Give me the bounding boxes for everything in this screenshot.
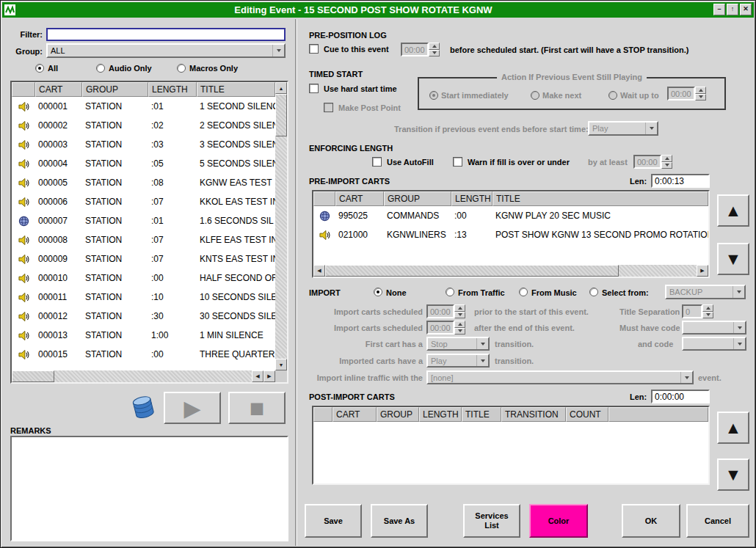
cart-length: :02 <box>148 120 197 131</box>
cart-length: :01 <box>148 101 197 112</box>
cart-row[interactable]: 000012 STATION :30 30 SECONDS SILE <box>12 307 275 326</box>
scroll-left-icon[interactable]: ◀ <box>313 265 325 277</box>
scrollbar-trough[interactable] <box>325 265 697 277</box>
group-column-header[interactable]: GROUP <box>82 82 148 97</box>
length-column-header[interactable]: LENGTH <box>419 407 462 422</box>
group-select[interactable]: ALL <box>46 43 286 58</box>
horizontal-scrollbar[interactable]: ◀ ▶ <box>12 370 275 382</box>
down-arrow-icon: ▼ <box>725 249 742 269</box>
chevron-down-icon <box>645 123 657 134</box>
cart-row[interactable]: 000006 STATION :07 KKOL EAS TEST IN <box>12 192 275 211</box>
icon-column-header[interactable] <box>313 407 332 422</box>
scrollbar-trough[interactable] <box>275 94 287 359</box>
cancel-button[interactable]: Cancel <box>686 504 749 538</box>
length-column-header[interactable]: LENGTH <box>148 82 197 97</box>
cart-row[interactable]: 000010 STATION :00 HALF SECOND OF <box>12 268 275 288</box>
pre-import-len-label: Len: <box>630 177 647 186</box>
ok-button[interactable]: OK <box>622 504 680 538</box>
services-list-button[interactable]: Services List <box>463 504 520 538</box>
cart-column-header[interactable]: CART <box>35 82 82 97</box>
scroll-down-icon[interactable]: ▼ <box>275 359 287 370</box>
cart-row[interactable]: 000002 STATION :02 2 SECONDS SILEN <box>12 116 275 135</box>
by-at-least-label: by at least <box>588 158 628 167</box>
imported-carts-label: Imported carts have a <box>309 357 423 365</box>
import-traffic-radio[interactable] <box>446 288 454 296</box>
post-import-move-down-button[interactable]: ▼ <box>717 459 749 491</box>
first-cart-label: First cart has a <box>309 340 423 348</box>
transition-if-ends-label: Transition if previous event ends before… <box>394 125 589 134</box>
services-list-button-line1: Services <box>475 511 508 521</box>
maximize-icon[interactable]: ↑ <box>727 4 738 15</box>
cart-row[interactable]: 000005 STATION :08 KGNW EAS TEST <box>12 173 275 192</box>
transition-column-header[interactable]: TRANSITION <box>501 407 566 422</box>
cart-row[interactable]: 000004 STATION :05 5 SECONDS SILEN <box>12 154 275 173</box>
import-none-radio[interactable] <box>374 288 382 296</box>
cart-row[interactable]: 000009 STATION :07 KNTS EAS TEST IN <box>12 249 275 268</box>
scroll-right-icon[interactable]: ▶ <box>263 370 275 382</box>
cart-row[interactable]: 000015 STATION :00 THREE QUARTER <box>12 345 275 364</box>
horizontal-scrollbar[interactable]: ◀ ▶ <box>313 265 708 277</box>
radio-all[interactable] <box>35 64 44 73</box>
group-column-header[interactable]: GROUP <box>384 191 451 206</box>
remarks-input[interactable] <box>10 436 288 541</box>
radio-audio-only-label: Audio Only <box>109 64 152 73</box>
vertical-scrollbar[interactable]: ▲ ▼ <box>275 82 287 370</box>
scrollbar-trough[interactable] <box>12 370 252 382</box>
cart-column-header[interactable]: CART <box>332 407 377 422</box>
pre-import-move-down-button[interactable]: ▼ <box>717 243 749 275</box>
scrollbar-thumb[interactable] <box>12 370 54 382</box>
cart-length: :30 <box>148 311 197 321</box>
scroll-right-icon[interactable]: ▶ <box>697 265 708 277</box>
icon-column-header[interactable] <box>313 191 335 206</box>
scrollbar-thumb[interactable] <box>325 265 619 277</box>
cart-length: :07 <box>148 254 197 264</box>
cue-to-event-checkbox[interactable] <box>309 44 319 54</box>
cart-row[interactable]: 000013 STATION 1:00 1 MIN SILENCE <box>12 326 275 345</box>
icon-column-header[interactable] <box>12 82 35 97</box>
count-column-header[interactable]: COUNT <box>566 407 608 422</box>
cart-row[interactable]: 000003 STATION :03 3 SECONDS SILEN <box>12 135 275 154</box>
stop-button[interactable]: ■ <box>228 392 286 424</box>
pre-import-row[interactable]: 021000 KGNWLINERS :13 POST SHOW KGNW 13 … <box>313 225 708 244</box>
hard-start-checkbox[interactable] <box>309 84 319 93</box>
title-column-header[interactable]: TITLE <box>493 191 708 206</box>
cart-row[interactable]: 000008 STATION :07 KLFE EAS TEST IN <box>12 230 275 249</box>
save-as-button[interactable]: Save As <box>371 504 428 538</box>
spin-down-icon <box>429 50 440 57</box>
cart-group: STATION <box>82 349 148 359</box>
pre-import-header: PRE-IMPORT CARTS <box>309 177 390 186</box>
save-button[interactable]: Save <box>305 504 362 538</box>
radio-audio-only[interactable] <box>96 64 105 73</box>
warn-fill-checkbox[interactable] <box>453 157 462 167</box>
play-button[interactable]: ▶ <box>164 392 221 424</box>
cart-row[interactable]: 000007 STATION :01 1.6 SECONDS SIL <box>12 211 275 230</box>
group-column-header[interactable]: GROUP <box>377 407 419 422</box>
scroll-left-icon[interactable]: ◀ <box>252 370 263 382</box>
save-button-label: Save <box>324 516 343 526</box>
pre-import-move-up-button[interactable]: ▲ <box>717 194 749 227</box>
length-column-header[interactable]: LENGTH <box>451 191 493 206</box>
use-autofill-checkbox[interactable] <box>372 157 382 167</box>
scrollbar-thumb[interactable] <box>275 94 287 136</box>
color-button[interactable]: Color <box>529 504 588 538</box>
pre-import-row[interactable]: 995025 COMMANDS :00 KGNW PLAY 20 SEC MUS… <box>313 206 708 225</box>
title-column-header[interactable]: TITLE <box>197 82 275 97</box>
radio-macros-only-label: Macros Only <box>189 64 238 73</box>
cart-row[interactable]: 000011 STATION :10 10 SECONDS SILE <box>12 288 275 307</box>
make-next-label: Make next <box>542 91 581 100</box>
title-column-header[interactable]: TITLE <box>462 407 501 422</box>
editing-event-window: Editing Event - 15 SECOND POST SHOW ROTA… <box>0 0 756 548</box>
import-music-radio[interactable] <box>519 288 528 296</box>
minimize-icon[interactable]: – <box>713 4 725 15</box>
post-import-move-up-button[interactable]: ▲ <box>717 412 749 444</box>
close-icon[interactable]: ✕ <box>740 4 752 15</box>
cart-column-header[interactable]: CART <box>335 191 384 206</box>
warn-threshold-value: 00:00 <box>633 155 661 169</box>
sched-after-value: 00:00 <box>426 321 454 335</box>
cart-row[interactable]: 000001 STATION :01 1 SECOND SILENC <box>12 97 275 116</box>
radio-macros-only[interactable] <box>177 64 186 73</box>
import-select-from-radio[interactable] <box>589 288 598 296</box>
filter-input[interactable] <box>46 28 286 41</box>
scroll-up-icon[interactable]: ▲ <box>275 82 287 94</box>
services-list-button-line2: List <box>484 521 499 530</box>
